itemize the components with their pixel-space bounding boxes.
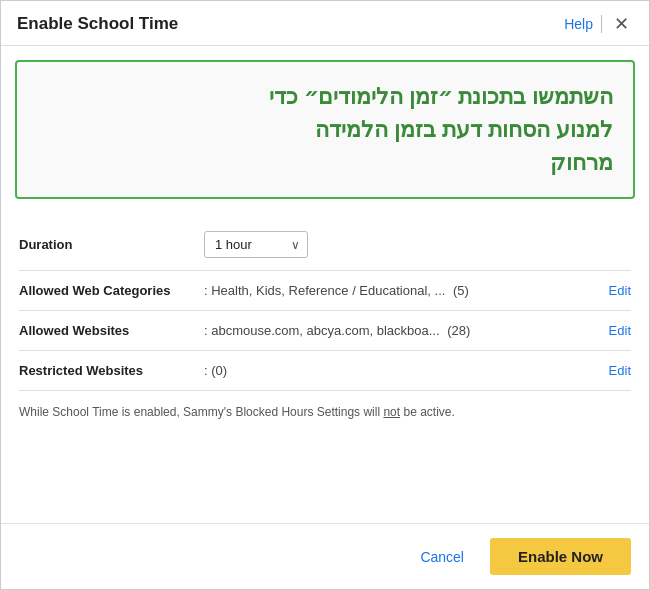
help-link[interactable]: Help: [564, 16, 593, 32]
dialog-body: השתמשו בתכונת ״זמן הלימודים״ כדי למנוע ה…: [1, 46, 649, 523]
hebrew-banner: השתמשו בתכונת ״זמן הלימודים״ כדי למנוע ה…: [15, 60, 635, 199]
allowed-categories-row: Allowed Web Categories : Health, Kids, R…: [19, 271, 631, 311]
enable-now-button[interactable]: Enable Now: [490, 538, 631, 575]
allowed-categories-edit[interactable]: Edit: [609, 283, 631, 298]
restricted-websites-value: : (0): [204, 363, 601, 378]
settings-section: Duration 30 minutes 1 hour 2 hours 3 hou…: [1, 209, 649, 391]
duration-select-container[interactable]: 30 minutes 1 hour 2 hours 3 hours 4 hour…: [204, 231, 308, 258]
allowed-categories-value: : Health, Kids, Reference / Educational,…: [204, 283, 601, 298]
allowed-websites-value: : abcmouse.com, abcya.com, blackboa... (…: [204, 323, 601, 338]
duration-row: Duration 30 minutes 1 hour 2 hours 3 hou…: [19, 219, 631, 271]
info-text: While School Time is enabled, Sammy's Bl…: [1, 391, 649, 427]
header-divider: [601, 15, 602, 33]
restricted-websites-edit[interactable]: Edit: [609, 363, 631, 378]
duration-select[interactable]: 30 minutes 1 hour 2 hours 3 hours 4 hour…: [204, 231, 308, 258]
restricted-websites-label: Restricted Websites: [19, 363, 204, 378]
allowed-websites-label: Allowed Websites: [19, 323, 204, 338]
hebrew-text-line1: השתמשו בתכונת ״זמן הלימודים״ כדי למנוע ה…: [37, 80, 613, 179]
dialog-footer: Cancel Enable Now: [1, 523, 649, 589]
cancel-button[interactable]: Cancel: [406, 541, 478, 573]
dialog-header: Enable School Time Help ✕: [1, 1, 649, 46]
duration-label: Duration: [19, 237, 204, 252]
allowed-websites-edit[interactable]: Edit: [609, 323, 631, 338]
header-right: Help ✕: [564, 13, 633, 35]
close-button[interactable]: ✕: [610, 13, 633, 35]
enable-school-time-dialog: Enable School Time Help ✕ השתמשו בתכונת …: [0, 0, 650, 590]
allowed-categories-label: Allowed Web Categories: [19, 283, 204, 298]
dialog-title: Enable School Time: [17, 14, 178, 34]
allowed-websites-row: Allowed Websites : abcmouse.com, abcya.c…: [19, 311, 631, 351]
duration-value: 30 minutes 1 hour 2 hours 3 hours 4 hour…: [204, 231, 631, 258]
restricted-websites-row: Restricted Websites : (0) Edit: [19, 351, 631, 391]
